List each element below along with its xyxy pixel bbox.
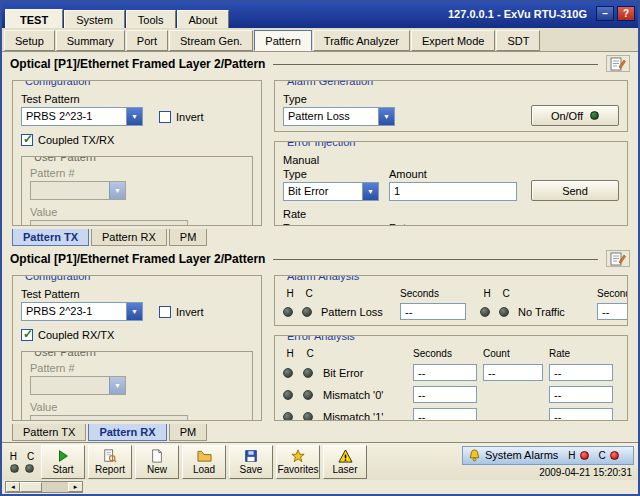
group-legend: User Pattern xyxy=(30,156,100,163)
tx-section-title: Optical [P1]/Ethernet Framed Layer 2/Pat… xyxy=(10,57,265,71)
new-document-icon xyxy=(150,449,164,463)
button-label: Send xyxy=(562,185,588,197)
mismatch0-rate-value: -- xyxy=(549,386,613,403)
alarm-onoff-led xyxy=(590,111,599,120)
laser-warning-icon xyxy=(338,449,353,463)
type-label: Type xyxy=(283,93,395,105)
report-note-button[interactable] xyxy=(606,250,630,267)
tx-test-pattern-select[interactable]: PRBS 2^23-1 ▼ xyxy=(21,107,143,126)
rate-section-label: Rate xyxy=(283,208,619,220)
system-history-led xyxy=(580,451,589,460)
history-column-label: H xyxy=(10,451,17,462)
load-folder-icon xyxy=(197,449,212,463)
count-column-label: Count xyxy=(483,348,543,359)
mismatch1-history-led xyxy=(283,412,293,422)
titlebar: TEST System Tools About 127.0.0.1 - ExVu… xyxy=(2,2,638,28)
rx-tab-pattern-rx[interactable]: Pattern RX xyxy=(88,424,166,441)
error-name: Bit Error xyxy=(323,367,407,379)
tx-tab-pm[interactable]: PM xyxy=(169,229,208,246)
amount-input[interactable]: 1 xyxy=(389,182,517,201)
group-legend: Error Analysis xyxy=(283,335,359,342)
tx-tab-pattern-tx[interactable]: Pattern TX xyxy=(12,229,89,246)
rx-pattern-tab-bar: Pattern TX Pattern RX PM xyxy=(2,424,638,442)
current-column-label: C xyxy=(302,288,316,299)
rx-tab-pattern-tx[interactable]: Pattern TX xyxy=(12,424,86,441)
system-alarms-panel[interactable]: System Alarms H C xyxy=(462,446,634,465)
load-button[interactable]: Load xyxy=(182,445,226,479)
error-name: Mismatch '0' xyxy=(323,389,407,401)
help-button[interactable]: ? xyxy=(617,6,635,21)
report-note-icon xyxy=(610,252,626,266)
error-injection-group: Error Injection Manual Type Bit Error ▼ … xyxy=(274,141,628,226)
favorites-button[interactable]: Favorites xyxy=(276,445,320,479)
tab-summary[interactable]: Summary xyxy=(56,30,125,51)
start-button[interactable]: Start xyxy=(41,445,85,479)
new-button[interactable]: New xyxy=(135,445,179,479)
tx-coupled-checkbox[interactable] xyxy=(21,134,33,146)
bit-error-count-value: -- xyxy=(483,364,543,381)
tab-stream-gen[interactable]: Stream Gen. xyxy=(169,30,253,51)
invert-label: Invert xyxy=(176,111,204,123)
mismatch1-seconds-value: -- xyxy=(413,408,477,421)
tab-port[interactable]: Port xyxy=(126,30,168,51)
selected-value: Pattern Loss xyxy=(284,108,378,125)
selected-value: PRBS 2^23-1 xyxy=(22,108,126,125)
scroll-thumb[interactable] xyxy=(20,482,42,492)
status-area: System Alarms H C 2009-04-21 15:20:31 xyxy=(462,446,634,478)
tx-tab-pattern-rx[interactable]: Pattern RX xyxy=(91,229,167,246)
alarm-type-select[interactable]: Pattern Loss ▼ xyxy=(283,107,395,126)
seconds-column-label: Seconds xyxy=(413,348,477,359)
alarm-onoff-button[interactable]: On/Off xyxy=(531,105,619,126)
scroll-track[interactable] xyxy=(42,482,68,492)
type-label: Type xyxy=(283,222,379,226)
rx-pattern-number-select: ▼ xyxy=(30,376,126,395)
menu-tab-test[interactable]: TEST xyxy=(5,9,63,28)
pattern-number-label: Pattern # xyxy=(30,167,244,179)
manual-error-type-select[interactable]: Bit Error ▼ xyxy=(283,182,379,201)
invert-label: Invert xyxy=(176,306,204,318)
minimize-button[interactable]: – xyxy=(596,6,614,21)
tx-user-pattern-value-input xyxy=(30,220,188,226)
rate-column-label: Rate xyxy=(549,348,613,359)
rx-user-pattern-value-input xyxy=(30,415,188,421)
tab-sdt[interactable]: SDT xyxy=(496,30,540,51)
scroll-left-button[interactable]: ◄ xyxy=(6,482,20,492)
tx-binary-checkbox xyxy=(196,225,208,226)
bit-error-current-led xyxy=(303,368,313,378)
tab-expert-mode[interactable]: Expert Mode xyxy=(411,30,495,51)
tab-pattern[interactable]: Pattern xyxy=(254,30,311,51)
button-label: On/Off xyxy=(551,110,583,122)
report-note-icon xyxy=(610,57,626,71)
menu-tab-system[interactable]: System xyxy=(64,10,125,28)
menu-tab-about[interactable]: About xyxy=(177,10,230,28)
bottom-strip: ◄ ► xyxy=(2,480,638,494)
send-button[interactable]: Send xyxy=(531,180,619,201)
save-button[interactable]: Save xyxy=(229,445,273,479)
mismatch0-current-led xyxy=(303,390,313,400)
alarm-analysis-group: Alarm Analysis H C Seconds Pattern Loss … xyxy=(274,275,628,326)
rx-invert-checkbox[interactable] xyxy=(159,306,171,318)
tab-traffic-analyzer[interactable]: Traffic Analyzer xyxy=(313,30,410,51)
report-note-button[interactable] xyxy=(606,55,630,72)
rx-tab-pm[interactable]: PM xyxy=(169,424,208,441)
laser-button[interactable]: Laser xyxy=(323,445,367,479)
clock-timestamp: 2009-04-21 15:20:31 xyxy=(462,467,634,478)
tab-setup[interactable]: Setup xyxy=(4,30,55,51)
report-button[interactable]: Report xyxy=(88,445,132,479)
scroll-right-button[interactable]: ► xyxy=(68,482,82,492)
button-label: Load xyxy=(193,464,215,475)
bit-error-history-led xyxy=(283,368,293,378)
alarm-analysis-item: H C Seconds Pattern Loss -- xyxy=(283,288,466,320)
bit-error-seconds-value: -- xyxy=(413,364,477,381)
alarm-name: Pattern Loss xyxy=(321,306,395,318)
history-column-label: H xyxy=(568,450,575,461)
menu-tab-tools[interactable]: Tools xyxy=(126,10,176,28)
save-floppy-icon xyxy=(244,449,258,463)
rx-test-pattern-select[interactable]: PRBS 2^23-1 ▼ xyxy=(21,302,143,321)
tx-invert-checkbox[interactable] xyxy=(159,111,171,123)
pattern-loss-seconds-value: -- xyxy=(400,303,466,320)
history-column-label: H xyxy=(283,348,297,359)
rx-coupled-checkbox[interactable] xyxy=(21,329,33,341)
chevron-down-icon: ▼ xyxy=(126,303,142,320)
error-analysis-group: Error Analysis H C Seconds Count Rate Bi… xyxy=(274,335,628,421)
